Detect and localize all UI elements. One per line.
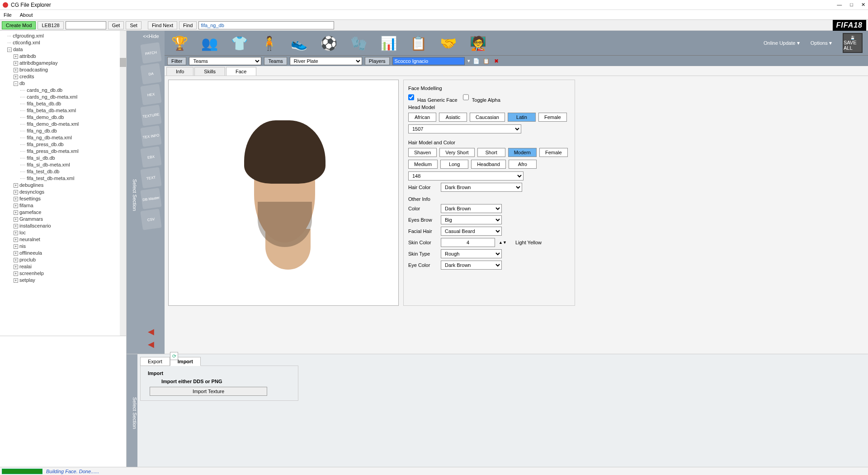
findnext-button[interactable]: Find Next [148,21,177,29]
tree-folder[interactable]: +gameface [14,209,125,216]
tree-file[interactable]: ···· fifa_demo_db.db [20,114,125,121]
menu-file[interactable]: File [4,12,12,18]
tree-folder[interactable]: +installscenario [14,223,125,229]
import-texture-button[interactable]: Import Texture [150,387,267,396]
tree-file[interactable]: ··· ctlconfig.xml [7,39,125,46]
skincolor-input[interactable] [441,238,495,247]
tree-file[interactable]: ···· fifa_demo_db-meta.xml [20,121,125,128]
tab-skills[interactable]: Skills [194,67,225,76]
section-tile-tex-info[interactable]: TEX INFO [140,125,161,147]
hair-model-select[interactable]: 148 [408,171,524,180]
hair-color-select[interactable]: Dark Brown [441,183,522,192]
options-dropdown[interactable]: Options ▾ [811,40,832,46]
tree-file[interactable]: ···· fifa_press_db.db [20,141,125,148]
has-generic-face-checkbox[interactable] [408,93,414,102]
tree-folder[interactable]: +desynclogs [14,189,125,195]
tree-file[interactable]: ···· fifa_test_db.db [20,168,125,175]
delete-icon[interactable]: ✖ [493,57,500,65]
boots-icon[interactable]: 👟 [289,33,308,52]
file-tree[interactable]: ··· cfgrouting.xml ··· ctlconfig.xml −da… [0,31,126,336]
tree-folder[interactable]: +loc [14,229,125,236]
tree-file[interactable]: ··· cfgrouting.xml [7,33,125,39]
face-preview[interactable] [168,80,399,306]
section-tile-csv[interactable]: CSV [140,209,161,230]
tree-scroll-thumb[interactable] [120,58,126,67]
hide-button[interactable]: <<Hide [143,31,159,42]
arrow-left-icon[interactable]: ◀ [148,327,154,337]
tree-folder[interactable]: +proclub [14,256,125,263]
tree-file[interactable]: ···· fifa_press_db-meta.xml [20,148,125,155]
scoreboard-icon[interactable]: 📊 [379,33,398,52]
tree-file[interactable]: ···· fifa_ng_db-meta.xml [20,134,125,141]
leb128-button[interactable]: LEB128 [38,21,63,29]
headmodel-asiatic-button[interactable]: Asiatic [439,113,467,122]
ball-icon[interactable]: ⚽ [319,33,338,52]
tree-folder[interactable]: +credits [14,73,125,80]
close-button[interactable]: ✕ [861,2,865,8]
tree-folder[interactable]: +offlineeula [14,250,125,256]
hair-afro-button[interactable]: Afro [509,160,537,169]
tree-file[interactable]: ···· fifa_test_db-meta.xml [20,175,125,182]
tree-folder[interactable]: +fifarna [14,202,125,209]
tree-file[interactable]: ···· cards_ng_db.db [20,87,125,94]
find-button[interactable]: Find [179,21,197,29]
toggle-alpha-checkbox[interactable] [463,93,469,102]
tree-file[interactable]: ···· fifa_ng_db.db [20,128,125,134]
refresh-icon[interactable]: ⟳ [170,352,178,360]
tree-folder[interactable]: +setplay [14,277,125,284]
tab-face[interactable]: Face [226,67,256,76]
players-icon[interactable]: 👥 [200,33,219,52]
section-tile-db-master[interactable]: DB Master [140,188,161,209]
manager-icon[interactable]: 🧑‍🏫 [468,33,487,52]
tree-file[interactable]: ···· fifa_beta_db.db [20,100,125,107]
maximize-button[interactable]: □ [850,2,853,8]
tree-folder[interactable]: +Grammars [14,216,125,223]
online-update-dropdown[interactable]: Online Update ▾ [764,40,800,46]
headmodel-female-button[interactable]: Female [538,113,567,122]
section-tile-text[interactable]: TEXT [140,167,161,188]
tree-folder[interactable]: +attribdbgameplay [14,60,125,66]
tree-file[interactable]: ···· fifa_si_db-meta.xml [20,162,125,168]
hair-female-button[interactable]: Female [539,148,568,157]
section-tile-da[interactable]: DA [140,63,161,84]
section-tile-patch[interactable]: PATCH [140,42,161,63]
jersey-icon[interactable]: 👕 [230,33,249,52]
tree-file[interactable]: ···· fifa_beta_db-meta.xml [20,107,125,114]
headmodel-latin-button[interactable]: Latin [508,113,536,122]
tree-file[interactable]: ···· cards_ng_db-meta.xml [20,94,125,100]
arrow-left-icon[interactable]: ◀ [148,339,154,349]
find-input[interactable] [198,21,334,29]
tree-folder[interactable]: +broadcasting [14,66,125,73]
copy-icon[interactable]: 📋 [483,57,490,65]
referee-icon[interactable]: 🧍 [259,33,278,52]
hair-veryshort-button[interactable]: Very Short [439,148,474,157]
tree-folder[interactable]: +realai [14,263,125,270]
tree-folder[interactable]: +neuralnet [14,236,125,243]
hair-long-button[interactable]: Long [440,160,468,169]
players-select[interactable] [392,57,465,65]
filter-select[interactable]: Teams [189,57,261,65]
eyesbrow-select[interactable]: Big [441,215,502,224]
handshake-icon[interactable]: 🤝 [439,33,458,52]
teams-select[interactable]: River Plate [290,57,362,65]
create-mod-button[interactable]: Create Mod [2,21,36,29]
hair-medium-button[interactable]: Medium [408,160,438,169]
trophy-icon[interactable]: 🏆 [170,33,189,52]
tactics-icon[interactable]: 📋 [409,33,428,52]
tree-scrollbar[interactable] [120,31,126,336]
tree-folder[interactable]: +screenhelp [14,270,125,277]
get-button[interactable]: Get [108,21,124,29]
hair-headband-button[interactable]: Headband [471,160,506,169]
tree-folder-data[interactable]: −data +attribdb +attribdbgameplay +broad… [7,46,125,284]
tab-info[interactable]: Info [166,67,193,76]
menu-about[interactable]: About [20,12,33,18]
tree-folder[interactable]: +attribdb [14,53,125,60]
section-tile-texture[interactable]: TEXTURE [140,104,161,126]
skintype-select[interactable]: Rough [441,249,502,258]
hair-modern-button[interactable]: Modern [508,148,537,157]
headmodel-african-button[interactable]: African [408,113,436,122]
headmodel-caucasian-button[interactable]: Caucasian [470,113,505,122]
set-button[interactable]: Set [126,21,142,29]
tree-folder-db[interactable]: −db ···· cards_ng_db.db···· cards_ng_db-… [14,80,125,182]
section-tile-ebx[interactable]: EBX [140,146,161,167]
